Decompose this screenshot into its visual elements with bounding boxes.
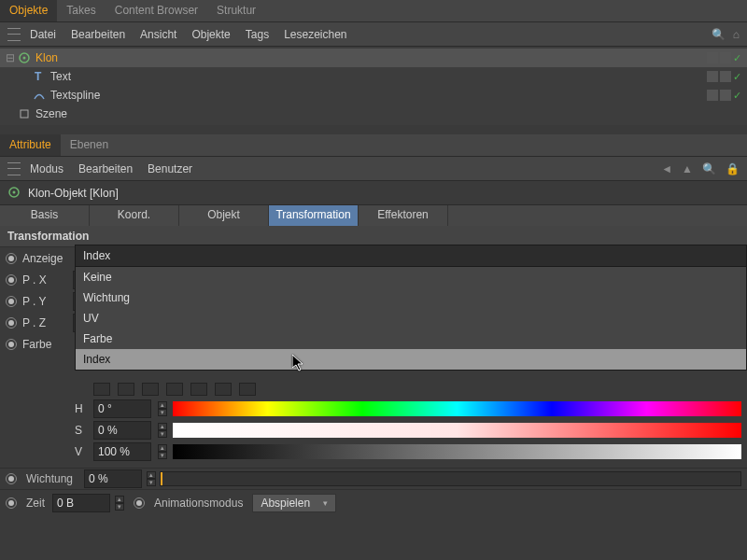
null-icon (17, 107, 32, 120)
subtab-effektoren[interactable]: Effektoren (359, 205, 448, 226)
spinner[interactable]: ▴▾ (115, 496, 124, 511)
label-pz: P . Z (22, 316, 73, 329)
svg-point-1 (23, 57, 26, 60)
render-flag[interactable] (720, 52, 731, 63)
lock-icon[interactable]: 🔒 (726, 162, 740, 175)
layer-flag[interactable] (707, 52, 718, 63)
color-tool-icon[interactable] (93, 383, 110, 396)
color-tool-icon[interactable] (190, 383, 207, 396)
menu-benutzer[interactable]: Benutzer (148, 162, 192, 175)
field-v[interactable]: 100 % (93, 442, 151, 461)
animmode-select[interactable]: Abspielen (252, 494, 336, 512)
nav-up-icon[interactable]: ▲ (682, 162, 693, 175)
search-icon[interactable]: 🔍 (702, 162, 716, 175)
color-tool-icon[interactable] (239, 383, 256, 396)
menu-bearbeiten[interactable]: Bearbeiten (71, 28, 125, 41)
spline-icon (32, 89, 47, 102)
anim-radio[interactable] (6, 317, 17, 329)
drag-handle-icon[interactable] (7, 162, 21, 175)
spinner[interactable]: ▴▾ (158, 423, 167, 438)
anim-radio[interactable] (134, 497, 145, 509)
render-flag[interactable] (720, 90, 731, 101)
tab-struktur[interactable]: Struktur (207, 0, 265, 21)
anim-radio[interactable] (6, 473, 17, 484)
tab-attribute[interactable]: Attribute (0, 134, 61, 156)
enable-check-icon[interactable]: ✓ (733, 90, 741, 102)
tab-objekte[interactable]: Objekte (0, 0, 57, 21)
object-title: Klon-Objekt [Klon] (28, 187, 119, 200)
dropdown-option-farbe[interactable]: Farbe (76, 329, 746, 349)
tree-label: Szene (35, 107, 747, 120)
menu-bearbeiten2[interactable]: Bearbeiten (78, 162, 133, 175)
tree-label: Text (50, 70, 707, 83)
anim-radio[interactable] (6, 339, 17, 350)
expand-icon[interactable]: ⊟ (4, 51, 17, 64)
tree-label: Klon (35, 51, 707, 64)
render-flag[interactable] (720, 71, 731, 82)
anim-radio[interactable] (6, 497, 17, 509)
tab-takes[interactable]: Takes (57, 0, 105, 21)
field-zeit[interactable]: 0 B (52, 494, 110, 512)
top-tabs: Objekte Takes Content Browser Struktur (0, 0, 747, 22)
label-s: S (75, 424, 88, 437)
tree-item-szene[interactable]: Szene (0, 105, 747, 123)
color-section: H 0 ° ▴▾ S 0 % ▴▾ V 100 % ▴▾ (0, 355, 747, 462)
text-icon: T (32, 70, 47, 83)
label-py: P . Y (22, 295, 73, 308)
label-v: V (75, 445, 88, 458)
spinner[interactable]: ▴▾ (147, 471, 156, 486)
hue-slider[interactable] (173, 401, 741, 416)
anim-radio[interactable] (6, 274, 17, 286)
menu-modus[interactable]: Modus (30, 162, 63, 175)
tab-ebenen[interactable]: Ebenen (61, 134, 118, 156)
color-toolbar (0, 381, 747, 398)
menu-lesezeichen[interactable]: Lesezeichen (284, 28, 346, 41)
dropdown-selected[interactable]: Index (75, 245, 747, 267)
enable-check-icon[interactable]: ✓ (733, 52, 741, 64)
color-tool-icon[interactable] (215, 383, 232, 396)
dropdown-option-keine[interactable]: Keine (76, 267, 746, 287)
cloner-icon (7, 186, 22, 201)
subtab-koord[interactable]: Koord. (90, 205, 179, 226)
drag-handle-icon[interactable] (7, 28, 21, 41)
menu-objekte[interactable]: Objekte (191, 28, 230, 41)
menu-datei[interactable]: Datei (30, 28, 56, 41)
label-zeit: Zeit (26, 497, 49, 510)
anim-radio[interactable] (6, 296, 17, 307)
spinner[interactable]: ▴▾ (158, 444, 167, 459)
anim-radio[interactable] (6, 253, 17, 264)
row-val: V 100 % ▴▾ (0, 441, 747, 462)
field-s[interactable]: 0 % (93, 421, 151, 440)
color-tool-icon[interactable] (166, 383, 183, 396)
subtab-transformation[interactable]: Transformation (269, 205, 359, 226)
color-tool-icon[interactable] (118, 383, 134, 396)
tab-content-browser[interactable]: Content Browser (106, 0, 207, 21)
tree-item-klon[interactable]: ⊟ Klon ✓ (0, 49, 747, 67)
field-h[interactable]: 0 ° (93, 399, 151, 418)
val-slider[interactable] (173, 444, 741, 459)
menu-ansicht[interactable]: Ansicht (140, 28, 176, 41)
menu-tags[interactable]: Tags (246, 28, 269, 41)
spinner[interactable]: ▴▾ (158, 401, 167, 416)
tree-item-text[interactable]: T Text ✓ (0, 67, 747, 86)
dropdown-option-wichtung[interactable]: Wichtung (76, 287, 746, 308)
search-icon[interactable]: 🔍 (712, 28, 726, 41)
attribute-menu: Modus Bearbeiten Benutzer ◄ ▲ 🔍 🔒 (0, 157, 747, 181)
layer-flag[interactable] (707, 71, 718, 82)
home-icon[interactable]: ⌂ (733, 28, 740, 41)
subtab-objekt[interactable]: Objekt (179, 205, 269, 226)
subtab-basis[interactable]: Basis (0, 205, 90, 226)
field-wichtung[interactable]: 0 % (84, 469, 142, 488)
tree-item-textspline[interactable]: Textspline ✓ (0, 86, 747, 105)
wichtung-slider[interactable] (160, 471, 741, 486)
layer-flag[interactable] (707, 90, 718, 101)
sat-slider[interactable] (173, 423, 741, 438)
tree-label: Textspline (50, 89, 707, 102)
label-wichtung: Wichtung (26, 472, 80, 485)
nav-back-icon[interactable]: ◄ (661, 162, 672, 175)
color-tool-icon[interactable] (142, 383, 159, 396)
object-header: Klon-Objekt [Klon] (0, 181, 747, 205)
dropdown-option-uv[interactable]: UV (76, 308, 746, 329)
dropdown-option-index[interactable]: Index (76, 349, 746, 370)
enable-check-icon[interactable]: ✓ (733, 71, 741, 83)
